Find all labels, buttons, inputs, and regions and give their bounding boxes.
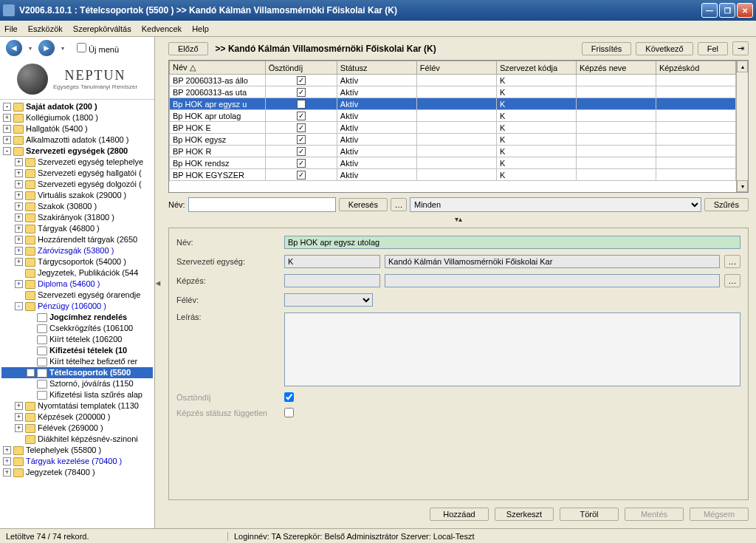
- tree-view[interactable]: -Saját adatok (200 )+Kollégiumok (1800 )…: [0, 99, 154, 528]
- tree-toggle[interactable]: +: [15, 236, 23, 244]
- tree-item[interactable]: Csekkrögzítés (106100: [1, 323, 153, 334]
- tree-item[interactable]: -Szervezeti egységek (2800: [1, 146, 153, 157]
- tree-toggle[interactable]: -: [3, 147, 11, 155]
- kepzes-name-input[interactable]: [385, 274, 720, 287]
- tree-toggle[interactable]: +: [15, 214, 23, 222]
- grid-header[interactable]: Név △: [170, 61, 266, 75]
- tree-item[interactable]: +Képzések (200000 ): [1, 411, 153, 423]
- torol-button[interactable]: Töröl: [560, 508, 619, 521]
- tree-toggle[interactable]: +: [3, 136, 11, 144]
- tree-item[interactable]: Jogcímhez rendelés: [1, 312, 153, 323]
- tree-item[interactable]: +Szakirányok (31800 ): [1, 212, 153, 223]
- tree-toggle[interactable]: +: [15, 280, 23, 288]
- tree-item[interactable]: +Kollégiumok (1800 ): [1, 112, 153, 123]
- tree-toggle[interactable]: +: [15, 424, 23, 432]
- pin-button[interactable]: ⇥: [732, 41, 749, 55]
- felev-select[interactable]: [284, 293, 373, 307]
- tree-item[interactable]: +Szervezeti egység dolgozói (: [1, 179, 153, 190]
- prev-button[interactable]: Előző: [168, 42, 208, 55]
- data-grid[interactable]: Név △ÖsztöndíjStátuszFélévSzervezet kódj…: [169, 61, 736, 181]
- menu-kedvencek[interactable]: Kedvencek: [142, 24, 182, 33]
- tree-item[interactable]: -Pénzügy (106000 ): [1, 301, 153, 312]
- tree-item[interactable]: +Telephelyek (55800 ): [1, 445, 153, 456]
- splitter-horizontal[interactable]: ▾▴: [161, 215, 756, 223]
- tree-toggle[interactable]: +: [27, 369, 35, 377]
- szerv-name-input[interactable]: [385, 255, 720, 268]
- grid-header[interactable]: Félév: [416, 61, 496, 75]
- tree-item[interactable]: +Alkalmazotti adatok (14800 ): [1, 134, 153, 146]
- tree-toggle[interactable]: +: [3, 114, 11, 122]
- tree-toggle[interactable]: +: [15, 191, 23, 199]
- table-row[interactable]: Bp HOK rendsz✓AktívK: [170, 157, 736, 169]
- osztondij-checkbox[interactable]: [284, 392, 294, 402]
- maximize-button[interactable]: ❐: [719, 3, 735, 18]
- splitter-vertical[interactable]: ◄: [155, 37, 161, 528]
- ujmenu-wrap[interactable]: Új menü: [77, 43, 119, 54]
- menu-eszkozok[interactable]: Eszközök: [28, 24, 63, 33]
- statusz-checkbox[interactable]: [284, 408, 294, 417]
- tree-item[interactable]: -Saját adatok (200 ): [1, 101, 153, 112]
- tree-item[interactable]: Szervezeti egység órarendje: [1, 290, 153, 301]
- leiras-textarea[interactable]: [284, 313, 740, 386]
- search-button[interactable]: Keresés: [339, 198, 388, 211]
- minimize-button[interactable]: —: [701, 3, 718, 18]
- table-row[interactable]: Bp HOK egysz✓AktívK: [170, 134, 736, 146]
- tree-item[interactable]: +Záróvizsgák (53800 ): [1, 245, 153, 256]
- szerv-code-input[interactable]: [284, 255, 380, 268]
- tree-toggle[interactable]: -: [3, 103, 11, 111]
- nav-forward-menu[interactable]: ▾: [59, 44, 66, 52]
- tree-toggle[interactable]: +: [15, 180, 23, 188]
- tree-toggle[interactable]: +: [3, 125, 11, 133]
- tree-item[interactable]: +Virtuális szakok (29000 ): [1, 190, 153, 201]
- tree-item[interactable]: +Nyomtatási templatek (1130: [1, 400, 153, 411]
- menu-szerepkorvaltas[interactable]: Szerepkörváltás: [73, 24, 131, 33]
- kepzes-lookup-button[interactable]: …: [724, 274, 740, 287]
- tree-item[interactable]: +Szervezeti egység telephelye: [1, 157, 153, 168]
- grid-header[interactable]: Képzés neve: [576, 61, 656, 75]
- tree-toggle[interactable]: +: [15, 169, 23, 177]
- szerv-lookup-button[interactable]: …: [724, 255, 740, 268]
- up-button[interactable]: Fel: [698, 42, 728, 55]
- tree-item[interactable]: +Tételcsoportok (5500: [1, 367, 153, 378]
- refresh-button[interactable]: Frissítés: [582, 42, 632, 55]
- tree-item[interactable]: +Jegyzetek (78400 ): [1, 467, 153, 478]
- table-row[interactable]: BP HOK EGYSZER✓AktívK: [170, 169, 736, 181]
- tree-item[interactable]: +Tárgycsoportok (54000 ): [1, 256, 153, 267]
- grid-scrollbar[interactable]: ▴ ▾: [736, 61, 748, 192]
- tree-toggle[interactable]: +: [3, 468, 11, 477]
- szures-button[interactable]: Szűrés: [704, 198, 749, 211]
- kepzes-code-input[interactable]: [284, 274, 380, 287]
- grid-header[interactable]: Képzéskód: [656, 61, 735, 75]
- search-more-button[interactable]: …: [391, 198, 407, 211]
- tree-toggle[interactable]: +: [15, 158, 23, 166]
- tree-item[interactable]: +Félévek (269000 ): [1, 423, 153, 434]
- tree-item[interactable]: +Hozzárendelt tárgyak (2650: [1, 234, 153, 245]
- menu-file[interactable]: File: [4, 24, 18, 33]
- tree-item[interactable]: Diákhitel képzésnév-szinoni: [1, 434, 153, 445]
- table-row[interactable]: BP 20060313-as uta✓AktívK: [170, 86, 736, 98]
- tree-toggle[interactable]: +: [3, 457, 11, 465]
- tree-toggle[interactable]: +: [15, 258, 23, 266]
- tree-item[interactable]: +Hallgatók (5400 ): [1, 123, 153, 134]
- scroll-down-icon[interactable]: ▾: [737, 180, 748, 192]
- hozzaad-button[interactable]: Hozzáad: [430, 508, 489, 521]
- grid-header[interactable]: Státusz: [337, 61, 416, 75]
- close-button[interactable]: ✕: [737, 3, 753, 18]
- nav-forward-button[interactable]: ►: [38, 40, 55, 56]
- megsem-button[interactable]: Mégsem: [690, 508, 749, 521]
- tree-item[interactable]: Kifizetési tételek (10: [1, 345, 153, 356]
- nav-back-menu[interactable]: ▾: [27, 44, 34, 52]
- filter-select[interactable]: Minden: [410, 197, 701, 212]
- tree-toggle[interactable]: +: [15, 413, 23, 421]
- tree-item[interactable]: +Diploma (54600 ): [1, 279, 153, 290]
- tree-toggle[interactable]: -: [15, 302, 23, 310]
- next-button[interactable]: Következő: [636, 42, 693, 55]
- tree-toggle[interactable]: +: [15, 402, 23, 410]
- tree-item[interactable]: Kiírt tételek (106200: [1, 334, 153, 345]
- tree-item[interactable]: Jegyzetek, Publikációk (544: [1, 267, 153, 279]
- tree-item[interactable]: +Szervezeti egység hallgatói (: [1, 168, 153, 179]
- tree-item[interactable]: Kifizetési lista szűrés alap: [1, 389, 153, 400]
- tree-toggle[interactable]: +: [15, 225, 23, 233]
- tree-toggle[interactable]: +: [15, 202, 23, 211]
- nav-back-button[interactable]: ◄: [6, 40, 22, 56]
